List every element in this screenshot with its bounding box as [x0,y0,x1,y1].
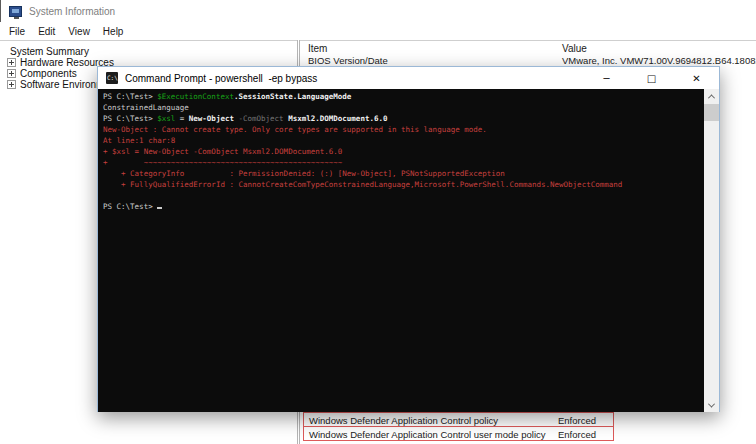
column-header-item[interactable]: Item [308,43,327,54]
console-line: + CategoryInfo : PermissionDenied: (:) [… [103,168,622,179]
console-window-title: Command Prompt - powershell -ep bypass [125,73,584,84]
console-text-segment: ConstrainedLanguage [103,103,189,112]
console-line: + $xsl = New-Object -ComObject Msxml2.DO… [103,146,622,157]
cmd-icon: C:\ [106,72,118,84]
chevron-down-icon [708,400,715,407]
menu-item-view[interactable]: View [68,26,90,37]
column-header-value[interactable]: Value [562,43,587,54]
console-line: ConstrainedLanguage [103,102,622,113]
sysinfo-titlebar[interactable]: System Information [0,0,756,22]
wdac-highlight-annotation: Windows Defender Application Control pol… [303,412,614,441]
sysinfo-window-title: System Information [29,6,115,17]
menu-item-edit[interactable]: Edit [38,26,55,37]
table-row-wdac-policy[interactable]: Windows Defender Application Control pol… [303,412,614,427]
console-text-segment: + $xsl = New-Object -ComObject Msxml2.DO… [103,147,342,156]
console-scrollbar[interactable] [704,89,719,412]
menu-item-file[interactable]: File [9,26,25,37]
bios-row-value-cell[interactable]: VMware, Inc. VMW71.00V.9694812.B64.18082… [562,55,756,66]
console-body[interactable]: PS C:\Test> $ExecutionContext.SessionSta… [98,89,704,412]
scroll-thumb[interactable] [704,104,719,121]
console-titlebar[interactable]: C:\ Command Prompt - powershell -ep bypa… [98,67,719,89]
console-text-segment: PS C:\Test> [103,114,157,123]
console-line: New-Object : Cannot create type. Only co… [103,124,622,135]
console-text-segment: -ComObject [238,114,288,123]
system-information-icon [9,6,22,17]
console-text-segment: PS C:\Test> [103,202,157,211]
console-text-segment: New-Object [189,114,234,123]
scroll-up-button[interactable] [704,89,719,103]
wdac-policy-item-cell: Windows Defender Application Control pol… [309,415,498,426]
console-line [103,190,622,201]
maximize-button[interactable]: □ [629,67,674,89]
console-output: PS C:\Test> $ExecutionContext.SessionSta… [103,91,622,212]
console-line: PS C:\Test> [103,201,622,212]
table-row-wdac-user-mode-policy[interactable]: Windows Defender Application Control use… [303,426,614,441]
console-text-segment: = [175,114,189,123]
console-line: At line:1 char:8 [103,135,622,146]
console-text-segment: .SessionState.LanguageMode [234,92,351,101]
menu-item-help[interactable]: Help [103,26,124,37]
console-line: + FullyQualifiedErrorId : CannotCreateCo… [103,179,622,190]
expand-plus-icon[interactable] [7,58,16,67]
console-text-segment: $xsl [157,114,175,123]
wdac-policy-value-cell: Enforced [558,415,596,426]
expand-plus-icon[interactable] [7,80,16,89]
console-text-segment: PS C:\Test> [103,92,157,101]
scroll-down-button[interactable] [704,398,719,412]
console-cursor [157,202,162,209]
console-text-segment: At line:1 char:8 [103,136,175,145]
sysinfo-menubar: File Edit View Help [1,22,756,40]
console-line: + ~~~~~~~~~~~~~~~~~~~~~~~~~~~~~~~~~~~~~~… [103,157,622,168]
console-text-segment: Msxml2.DOMDocument.6.0 [288,114,387,123]
wdac-user-policy-item-cell: Windows Defender Application Control use… [309,429,546,440]
wdac-user-policy-value-cell: Enforced [558,429,596,440]
console-text-segment: $ExecutionContext [157,92,234,101]
tree-item-system-summary[interactable]: System Summary [10,46,89,57]
console-text-segment: + CategoryInfo : PermissionDenied: (:) [… [103,169,505,178]
console-line: PS C:\Test> $ExecutionContext.SessionSta… [103,91,622,102]
tree-item-components[interactable]: Components [7,68,77,79]
bios-row-item-cell[interactable]: BIOS Version/Date [308,55,388,66]
console-line: PS C:\Test> $xsl = New-Object -ComObject… [103,113,622,124]
console-text-segment: + ~~~~~~~~~~~~~~~~~~~~~~~~~~~~~~~~~~~~~~… [103,158,342,167]
window-controls: ─ □ ✕ [584,67,719,89]
console-text-segment: New-Object : Cannot create type. Only co… [103,125,487,134]
console-text-segment: + FullyQualifiedErrorId : CannotCreateCo… [103,180,622,189]
chevron-up-icon [708,94,715,101]
command-prompt-window: C:\ Command Prompt - powershell -ep bypa… [97,66,720,412]
expand-plus-icon[interactable] [7,69,16,78]
minimize-button[interactable]: ─ [584,67,629,89]
close-button[interactable]: ✕ [674,67,719,89]
